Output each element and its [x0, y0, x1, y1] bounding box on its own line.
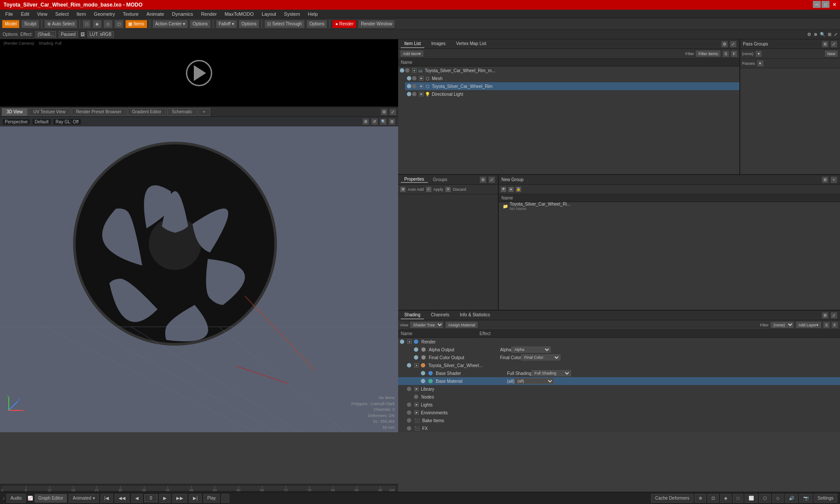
shading-layer-alpha[interactable]: Alpha Output Alpha Alpha: [398, 346, 840, 354]
sh-vis[interactable]: [414, 395, 420, 399]
items-btn[interactable]: ▦ Items: [125, 20, 147, 28]
assign-material-btn[interactable]: Assign Material: [445, 321, 478, 329]
tab-3d-view[interactable]: 3D View: [2, 108, 28, 116]
il-settings-icon[interactable]: ⚙: [721, 41, 728, 48]
shading-layer-toyota[interactable]: ▼ Toyota_Silver_Car_Wheel...: [398, 361, 840, 369]
select-through-btn[interactable]: ⊡ Select Through: [264, 20, 305, 28]
discard-icon[interactable]: ✕: [445, 186, 451, 192]
play-btn[interactable]: Play: [203, 494, 220, 503]
footer-icon-9[interactable]: 📷: [799, 494, 812, 503]
tab-item-list[interactable]: Item List: [401, 40, 424, 48]
filter-s-icon[interactable]: S: [722, 50, 729, 57]
sh-vis-dot[interactable]: [407, 387, 411, 391]
list-item[interactable]: ▶ ⬡ Toyota_Silver_Car_Wheel_Rim: [405, 82, 739, 90]
footer-icon-7[interactable]: ◇: [772, 494, 784, 503]
menu-select[interactable]: Select: [52, 10, 72, 18]
minimize-btn[interactable]: ─: [813, 1, 821, 8]
vp-icon-3[interactable]: 🔍: [380, 118, 387, 125]
sh-vis-dot[interactable]: [414, 395, 418, 399]
gr-settings-icon[interactable]: ⚙: [822, 176, 829, 183]
tab-schematic[interactable]: Schematic: [167, 108, 197, 116]
view-select[interactable]: Shader Tree: [410, 321, 444, 329]
tab-uv-texture[interactable]: UV Texture View: [28, 108, 70, 116]
auto-select-btn[interactable]: ⊕ Auto Select: [44, 20, 77, 28]
footer-icon-4[interactable]: □: [733, 494, 743, 503]
timeline-ruler[interactable]: 0 6 12 18 24 30 36 42 48 54 60 66 72 78 …: [2, 485, 396, 491]
sh-vis[interactable]: [414, 347, 420, 352]
action-center-btn[interactable]: Action Center ▾: [152, 20, 189, 28]
list-item[interactable]: ▶ 💡 Directional Light: [405, 90, 739, 98]
tb-icon-1[interactable]: □: [82, 20, 91, 28]
effect-value[interactable]: (Shadi...: [35, 31, 56, 38]
menu-texture[interactable]: Texture: [119, 10, 142, 18]
expand-btn[interactable]: ▶: [419, 84, 424, 88]
gr-lock-icon[interactable]: 🔒: [515, 186, 522, 192]
footer-icon-3[interactable]: ◈: [720, 494, 732, 503]
add-layer-btn[interactable]: Add Layer ▾: [795, 321, 822, 329]
gr-vis-icon[interactable]: 👁: [500, 186, 507, 192]
toyota-expand-btn[interactable]: ▼: [414, 363, 419, 368]
vis-toggle[interactable]: [407, 84, 411, 88]
render-btn[interactable]: ● Render: [332, 20, 357, 28]
pg-dropdown-icon[interactable]: ▾: [755, 50, 762, 57]
shading-layer-bake[interactable]: ⬛ Bake Items: [398, 416, 840, 424]
footer-icon-1[interactable]: ⊕: [695, 494, 706, 503]
menu-animate[interactable]: Animate: [143, 10, 168, 18]
cache-deformers-btn[interactable]: Cache Deformers: [651, 494, 693, 503]
default-label[interactable]: Default: [32, 119, 51, 125]
tb-icon-3[interactable]: ◇: [103, 20, 113, 28]
audio-btn[interactable]: Audio: [7, 494, 26, 503]
list-item[interactable]: ▼ 🗂 Toyota_Silver_Car_Wheel_Rim_m...: [398, 66, 739, 74]
animated-btn[interactable]: Animated ▾: [69, 494, 98, 503]
lock-toggle[interactable]: [405, 68, 410, 73]
filter-items-btn[interactable]: Filter Items: [695, 50, 721, 57]
lights-expand-btn[interactable]: ▶: [414, 402, 419, 407]
menu-geometry[interactable]: Geometry: [90, 10, 118, 18]
transport-start-btn[interactable]: |◀: [101, 494, 113, 503]
tab-shading[interactable]: Shading: [401, 312, 424, 319]
vp-settings-icon[interactable]: ⚙: [381, 108, 388, 116]
sh-vis[interactable]: [407, 426, 413, 430]
passes-dropdown-icon[interactable]: ▾: [757, 60, 764, 67]
footer-icon-6[interactable]: ⬡: [759, 494, 771, 503]
menu-file[interactable]: File: [2, 10, 17, 18]
lock-toggle[interactable]: [412, 92, 416, 96]
sh-vis-dot[interactable]: [421, 379, 425, 383]
transport-next-frame-btn[interactable]: ▶: [159, 494, 171, 503]
transport-end-btn[interactable]: ▶|: [189, 494, 202, 503]
sh-vis-dot[interactable]: [400, 340, 404, 344]
footer-icon-5[interactable]: ⬜: [745, 494, 758, 503]
sh-vis[interactable]: [407, 410, 413, 415]
transport-prev-frame-btn[interactable]: ◀: [131, 494, 143, 503]
vis-toggle[interactable]: [407, 92, 411, 96]
il-expand-icon[interactable]: ⤢: [730, 41, 737, 48]
menu-item[interactable]: Item: [73, 10, 89, 18]
transport-next-btn[interactable]: ▶▶: [172, 494, 187, 503]
footer-icon-2[interactable]: ⊡: [707, 494, 719, 503]
sh-vis-dot[interactable]: [407, 426, 411, 430]
sh-vis-dot[interactable]: [414, 355, 418, 360]
tab-properties[interactable]: Properties: [401, 176, 428, 183]
menu-dynamics[interactable]: Dynamics: [168, 10, 196, 18]
vp-icon-2[interactable]: ↺: [371, 118, 378, 125]
close-btn[interactable]: ✕: [830, 1, 838, 8]
ray-gl-label[interactable]: Ray GL: Off: [53, 119, 81, 125]
settings-footer-btn[interactable]: Settings: [814, 494, 837, 503]
bm-effect-select[interactable]: (all): [514, 378, 554, 384]
vp-icon-1[interactable]: ⚙: [362, 118, 369, 125]
lib-expand-btn[interactable]: ▶: [414, 387, 419, 391]
shading-layer-final-color[interactable]: Final Color Output Final Color Final Col…: [398, 354, 840, 361]
sh-expand-icon[interactable]: ⤢: [830, 312, 837, 319]
sh-vis-dot[interactable]: [407, 410, 411, 415]
filter-select[interactable]: (none): [770, 321, 794, 329]
props-expand-icon[interactable]: ⤢: [488, 176, 495, 183]
shading-layer-fx[interactable]: ⬛ FX: [398, 424, 840, 432]
tab-render-preset[interactable]: Render Preset Browser: [71, 108, 126, 116]
mode-sculpt-btn[interactable]: Sculpt: [21, 20, 39, 28]
menu-layout[interactable]: Layout: [258, 10, 280, 18]
tab-groups-props[interactable]: Groups: [430, 177, 451, 182]
menu-system[interactable]: System: [280, 10, 304, 18]
tab-info-statistics[interactable]: Info & Statistics: [456, 312, 494, 319]
tab-add[interactable]: +: [198, 108, 210, 116]
lock-toggle[interactable]: [412, 76, 416, 80]
